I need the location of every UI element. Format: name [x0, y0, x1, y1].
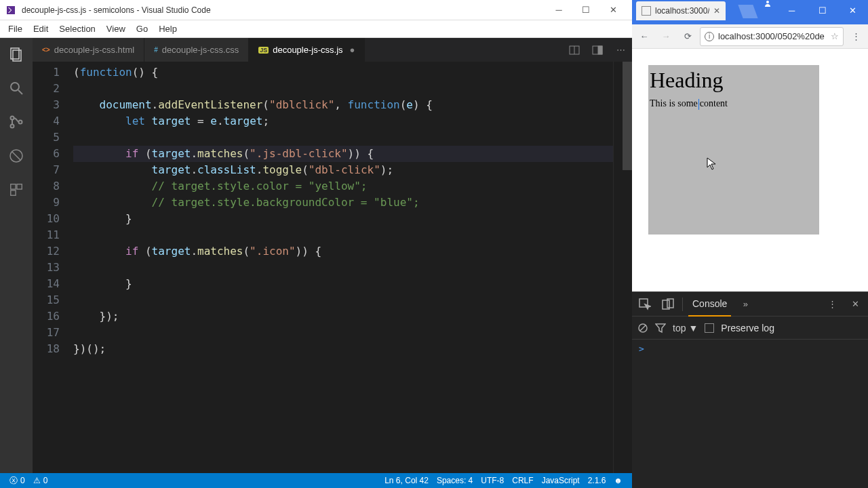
bookmark-icon[interactable]: ☆: [831, 31, 839, 41]
devtools-tabs: Console » ⋮ ✕: [632, 292, 868, 317]
page-viewport[interactable]: Heading This is somecontent: [632, 49, 868, 291]
browser-tab[interactable]: localhost:3000/05 ✕: [636, 1, 726, 20]
back-button[interactable]: ←: [635, 27, 654, 46]
tab-dirty-icon[interactable]: ●: [350, 45, 355, 55]
menu-selection[interactable]: Selection: [54, 24, 100, 34]
status-feedback-icon[interactable]: ☻: [610, 476, 627, 485]
status-warnings[interactable]: ⚠0: [29, 476, 52, 485]
extensions-icon[interactable]: [7, 180, 26, 199]
vscode-titlebar: decouple-js-css.js - semicolons - Visual…: [0, 0, 632, 20]
svg-rect-9: [11, 184, 16, 189]
tab-js[interactable]: JSdecouple-js-css.js●: [249, 38, 365, 62]
svg-rect-11: [11, 190, 16, 195]
more-tabs-icon[interactable]: »: [736, 296, 754, 313]
address-bar[interactable]: i localhost:3000/0502%20de ☆: [700, 27, 844, 46]
devtools-menu-icon[interactable]: ⋮: [823, 296, 841, 313]
chrome-close-button[interactable]: ✕: [837, 0, 868, 20]
menu-file[interactable]: File: [3, 24, 28, 34]
tab-html[interactable]: <>decouple-js-css.html: [33, 38, 144, 62]
vscode-window: decouple-js-css.js - semicolons - Visual…: [0, 0, 632, 488]
mouse-cursor-icon: [707, 157, 717, 171]
debug-icon[interactable]: [7, 146, 26, 165]
minimize-button[interactable]: ─: [545, 1, 572, 20]
tab-close-icon[interactable]: ✕: [713, 6, 720, 16]
status-lncol[interactable]: Ln 6, Col 42: [380, 476, 433, 485]
content-box[interactable]: Heading This is somecontent: [648, 65, 819, 235]
status-version[interactable]: 2.1.6: [584, 476, 610, 485]
context-selector[interactable]: top▼: [673, 323, 698, 333]
filter-icon[interactable]: [655, 323, 666, 333]
minimap[interactable]: [613, 62, 623, 473]
tab-label: decouple-js-css.html: [54, 45, 135, 55]
console-prompt: >: [639, 344, 644, 354]
js-icon: JS: [258, 47, 269, 54]
editor-area: <>decouple-js-css.html #decouple-js-css.…: [33, 38, 632, 473]
status-eol[interactable]: CRLF: [508, 476, 537, 485]
reload-button[interactable]: ⟳: [678, 27, 697, 46]
svg-point-5: [11, 125, 14, 128]
svg-point-6: [19, 121, 22, 124]
svg-rect-15: [598, 46, 602, 54]
status-language[interactable]: JavaScript: [538, 476, 584, 485]
window-title: decouple-js-css.js - semicolons - Visual…: [22, 5, 545, 15]
close-button[interactable]: ✕: [599, 1, 627, 20]
source-control-icon[interactable]: [7, 113, 26, 131]
code-editor[interactable]: 123456789101112131415161718 (function() …: [33, 62, 632, 473]
console-output[interactable]: >: [632, 340, 868, 488]
scroll-thumb[interactable]: [623, 62, 632, 170]
page-heading: Heading: [650, 68, 818, 93]
tab-css[interactable]: #decouple-js-css.css: [144, 38, 249, 62]
chrome-menu-icon[interactable]: ⋮: [846, 27, 865, 46]
explorer-icon[interactable]: [7, 45, 26, 64]
devtools-tab-console[interactable]: Console: [688, 292, 731, 317]
site-info-icon[interactable]: i: [705, 32, 714, 41]
status-bar: ⓧ0 ⚠0 Ln 6, Col 42 Spaces: 4 UTF-8 CRLF …: [0, 473, 632, 488]
page-paragraph[interactable]: This is somecontent: [650, 98, 818, 110]
line-gutter: 123456789101112131415161718: [33, 62, 73, 473]
menu-view[interactable]: View: [101, 24, 131, 34]
scrollbar[interactable]: [623, 62, 632, 473]
menu-go[interactable]: Go: [131, 24, 153, 34]
devtools: Console » ⋮ ✕ top▼ Preserve log >: [632, 291, 868, 488]
maximize-button[interactable]: ☐: [572, 1, 599, 20]
device-toolbar-icon[interactable]: [659, 296, 677, 313]
svg-line-3: [18, 90, 22, 94]
more-actions-icon[interactable]: ⋯: [609, 38, 632, 62]
toggle-panel-icon[interactable]: [586, 38, 609, 62]
inspect-element-icon[interactable]: [636, 296, 654, 313]
tab-title: localhost:3000/05: [655, 6, 709, 16]
status-encoding[interactable]: UTF-8: [477, 476, 508, 485]
activity-bar: [0, 38, 33, 473]
chrome-minimize-button[interactable]: ─: [776, 0, 807, 20]
preserve-log-checkbox[interactable]: [705, 323, 714, 333]
svg-line-21: [640, 325, 646, 331]
chrome-window: ─ ☐ ✕ localhost:3000/05 ✕ ← → ⟳ i localh…: [632, 0, 868, 488]
menu-edit[interactable]: Edit: [28, 24, 54, 34]
devtools-close-icon[interactable]: ✕: [846, 296, 864, 313]
css-icon: #: [154, 46, 158, 54]
menu-help[interactable]: Help: [153, 24, 182, 34]
vscode-logo-icon: [5, 5, 16, 16]
svg-point-16: [766, 1, 769, 3]
clear-console-icon[interactable]: [637, 323, 648, 333]
code-content[interactable]: (function() { document.addEventListener(…: [73, 62, 613, 473]
svg-rect-10: [17, 184, 22, 189]
tab-label: decouple-js-css.css: [162, 45, 239, 55]
html-icon: <>: [42, 46, 50, 54]
status-errors[interactable]: ⓧ0: [5, 475, 29, 487]
profile-icon[interactable]: [760, 0, 775, 7]
split-editor-icon[interactable]: [563, 38, 586, 62]
forward-button[interactable]: →: [656, 27, 675, 46]
search-icon[interactable]: [7, 79, 26, 98]
console-toolbar: top▼ Preserve log: [632, 317, 868, 340]
text-caret: [698, 99, 699, 110]
status-spaces[interactable]: Spaces: 4: [433, 476, 477, 485]
svg-line-8: [12, 152, 20, 160]
editor-tabs: <>decouple-js-css.html #decouple-js-css.…: [33, 38, 632, 62]
chrome-toolbar: ← → ⟳ i localhost:3000/0502%20de ☆ ⋮: [632, 24, 868, 49]
preserve-log-label: Preserve log: [721, 323, 774, 333]
chrome-maximize-button[interactable]: ☐: [807, 0, 837, 20]
vscode-main: <>decouple-js-css.html #decouple-js-css.…: [0, 38, 632, 473]
vscode-menubar: File Edit Selection View Go Help: [0, 20, 632, 38]
svg-point-4: [11, 117, 14, 120]
